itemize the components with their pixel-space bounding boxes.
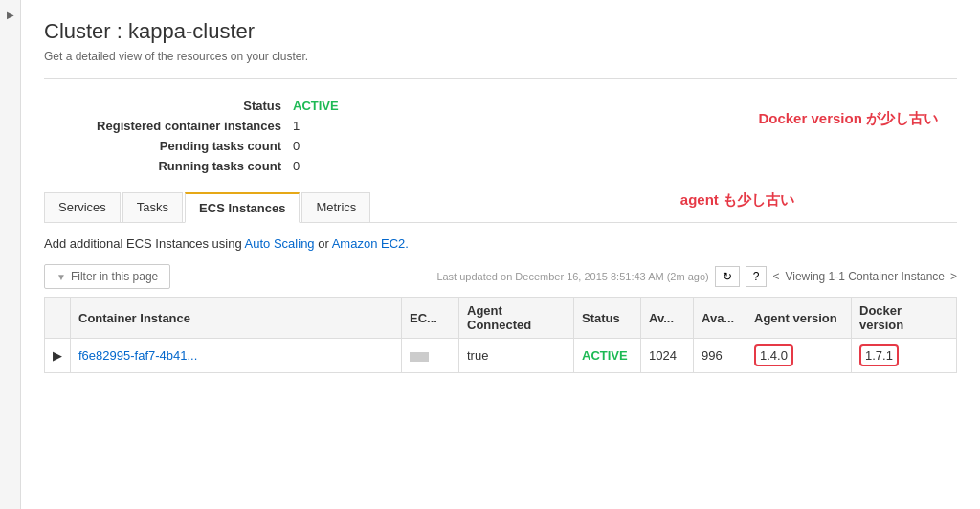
registered-value: 1 xyxy=(293,119,300,133)
pending-row: Pending tasks count 0 xyxy=(44,139,957,153)
running-row: Running tasks count 0 xyxy=(44,159,957,173)
registered-label: Registered container instances xyxy=(44,119,293,133)
help-button[interactable]: ? xyxy=(746,266,768,287)
col-av2-header[interactable]: Ava... xyxy=(694,298,746,339)
page-title: Cluster : kappa-cluster xyxy=(44,19,957,44)
pending-value: 0 xyxy=(293,139,300,153)
tab-metrics[interactable]: Metrics xyxy=(301,192,370,222)
docker-version-highlight: 1.7.1 xyxy=(859,344,899,366)
docker-version-cell: 1.7.1 xyxy=(852,339,957,373)
agent-version-cell: 1.4.0 xyxy=(746,339,852,373)
col-av1-header[interactable]: Av... xyxy=(641,298,694,339)
running-value: 0 xyxy=(293,159,300,173)
filter-button[interactable]: ▼ Filter in this page xyxy=(44,264,170,289)
col-docker-version-header[interactable]: Docker version xyxy=(852,298,957,339)
add-instances-text: Add additional ECS Instances using Auto … xyxy=(44,236,957,251)
tab-ecs-instances[interactable]: ECS Instances xyxy=(185,192,300,223)
auto-scaling-link[interactable]: Auto Scaling xyxy=(245,236,315,251)
filter-icon: ▼ xyxy=(56,272,66,282)
table-toolbar: ▼ Filter in this page Last updated on De… xyxy=(44,264,957,289)
av1-cell: 1024 xyxy=(641,339,694,373)
col-status-header[interactable]: Status xyxy=(574,298,641,339)
col-agent-connected-header[interactable]: Agent Connected xyxy=(459,298,574,339)
prev-arrow[interactable]: < xyxy=(772,270,779,283)
page-subtitle: Get a detailed view of the resources on … xyxy=(44,50,957,79)
instance-id-cell: f6e82995-faf7-4b41... xyxy=(71,339,402,373)
refresh-button[interactable]: ↻ xyxy=(715,266,740,287)
agent-connected-cell: true xyxy=(459,339,574,373)
agent-version-highlight: 1.4.0 xyxy=(754,344,793,366)
tab-tasks[interactable]: Tasks xyxy=(122,192,183,222)
ec2-cell xyxy=(402,339,459,373)
last-updated-text: Last updated on December 16, 2015 8:51:4… xyxy=(436,271,708,282)
running-label: Running tasks count xyxy=(44,159,293,173)
pending-label: Pending tasks count xyxy=(44,139,293,153)
agent-annotation: agent も少し古い xyxy=(680,191,794,210)
amazon-ec2-link[interactable]: Amazon EC2. xyxy=(332,236,409,251)
main-content: Cluster : kappa-cluster Get a detailed v… xyxy=(21,0,980,509)
next-arrow[interactable]: > xyxy=(950,270,957,283)
av2-cell: 996 xyxy=(694,339,746,373)
col-ec2-header[interactable]: EC... xyxy=(402,298,459,339)
instances-table: Container Instance EC... Agent Connected… xyxy=(44,297,957,373)
col-expand-header xyxy=(45,298,71,339)
tab-bar: Services Tasks ECS Instances Metrics xyxy=(44,192,957,223)
toolbar-right: Last updated on December 16, 2015 8:51:4… xyxy=(436,266,957,287)
docker-version-annotation: Docker version が少し古い xyxy=(758,110,938,128)
row-expand-icon[interactable]: ▶ xyxy=(45,339,71,373)
sidebar-toggle[interactable]: ▶ xyxy=(7,10,14,20)
status-cell: ACTIVE xyxy=(574,339,641,373)
col-agent-version-header[interactable]: Agent version xyxy=(746,298,852,339)
col-container-instance-header[interactable]: Container Instance xyxy=(71,298,402,339)
sidebar: ▶ xyxy=(0,0,21,509)
ec2-placeholder xyxy=(410,352,429,362)
status-value: ACTIVE xyxy=(293,99,339,113)
tab-services[interactable]: Services xyxy=(44,192,121,222)
viewing-info-text: Viewing 1-1 Container Instance xyxy=(785,270,945,283)
table-row: ▶ f6e82995-faf7-4b41... true ACTIVE xyxy=(45,339,957,373)
status-label: Status xyxy=(44,99,293,113)
table-header-row: Container Instance EC... Agent Connected… xyxy=(45,298,957,339)
instance-id-link[interactable]: f6e82995-faf7-4b41... xyxy=(78,348,197,363)
